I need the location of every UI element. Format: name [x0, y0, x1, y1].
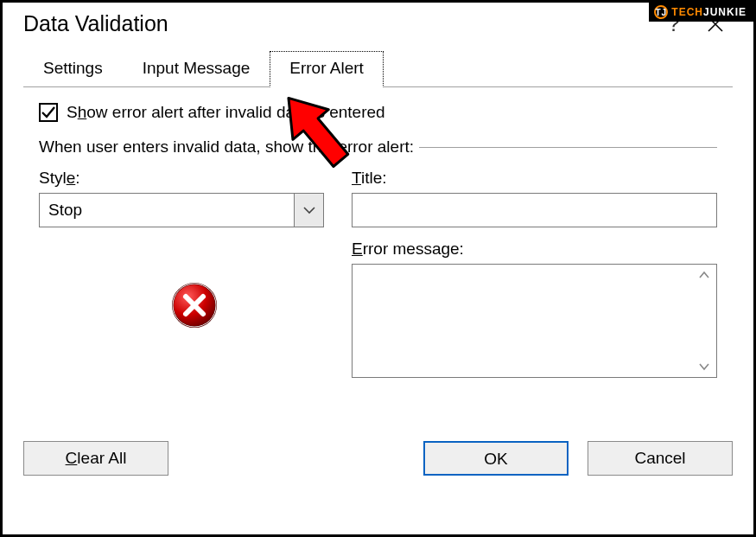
clear-all-button[interactable]: Clear All: [23, 441, 168, 476]
cancel-button[interactable]: Cancel: [588, 441, 733, 476]
ok-button[interactable]: OK: [423, 441, 569, 476]
scroll-down-icon: [698, 361, 710, 372]
title-label: Title:: [352, 169, 717, 188]
style-select-value: Stop: [40, 194, 294, 227]
style-select[interactable]: Stop: [39, 193, 324, 227]
stop-style-preview: [170, 281, 324, 334]
style-label: Style:: [39, 169, 324, 188]
section-heading: When user enters invalid data, show this…: [39, 137, 414, 157]
tab-strip: Settings Input Message Error Alert: [23, 50, 733, 86]
section-divider: [419, 147, 717, 148]
section-heading-row: When user enters invalid data, show this…: [39, 137, 717, 157]
watermark: TJ TECHJUNKIE: [649, 3, 753, 22]
tab-input-message[interactable]: Input Message: [123, 51, 270, 87]
show-error-alert-checkbox[interactable]: [39, 103, 58, 122]
watermark-logo: TJ: [654, 5, 668, 19]
title-bar: Data Validation ?: [3, 3, 753, 50]
tab-error-alert[interactable]: Error Alert: [270, 51, 384, 87]
checkmark-icon: [41, 105, 56, 120]
title-input[interactable]: [352, 193, 717, 227]
dialog-footer: Clear All OK Cancel: [23, 436, 733, 476]
show-error-alert-row: Show error alert after invalid data is e…: [39, 103, 717, 122]
dialog-title: Data Validation: [23, 11, 653, 36]
error-message-textarea[interactable]: [352, 264, 717, 378]
scroll-up-icon: [698, 270, 710, 280]
tab-settings[interactable]: Settings: [23, 51, 123, 87]
tab-panel-error-alert: Show error alert after invalid data is e…: [23, 86, 733, 436]
textarea-scrollbar[interactable]: [692, 265, 716, 377]
data-validation-dialog: TJ TECHJUNKIE Data Validation ? Settings…: [0, 0, 756, 537]
style-select-dropdown-button[interactable]: [294, 194, 323, 227]
show-error-alert-label: Show error alert after invalid data is e…: [67, 103, 385, 122]
error-message-label: Error message:: [352, 240, 717, 259]
stop-error-icon: [170, 281, 219, 329]
chevron-down-icon: [303, 206, 315, 214]
error-message-textarea-content: [353, 265, 692, 377]
